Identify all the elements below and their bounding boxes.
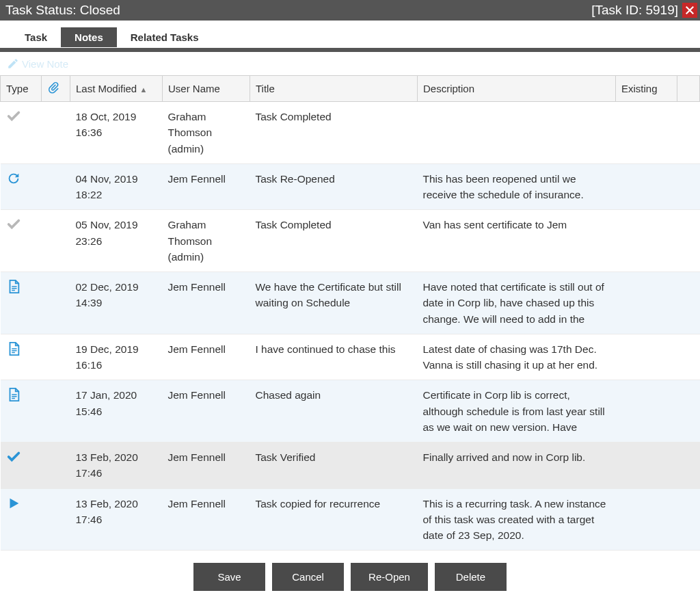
row-title: Task Completed xyxy=(250,102,418,164)
delete-button[interactable]: Delete xyxy=(435,563,507,591)
row-last-modified: 19 Dec, 2019 16:16 xyxy=(70,334,163,380)
check-icon xyxy=(6,449,21,464)
task-id-label: [Task ID: 5919] xyxy=(591,3,678,18)
task-status-label: Task Status: Closed xyxy=(5,3,120,18)
row-last-modified: 02 Dec, 2019 14:39 xyxy=(70,272,163,334)
row-attachment xyxy=(42,488,70,551)
tab-notes[interactable]: Notes xyxy=(61,27,117,47)
col-last-modified[interactable]: Last Modified ▲ xyxy=(70,76,163,102)
row-existing xyxy=(616,210,677,272)
tab-related-tasks[interactable]: Related Tasks xyxy=(117,27,213,47)
row-spacer xyxy=(677,488,700,551)
row-description: Finally arrived and now in Corp lib. xyxy=(418,442,616,489)
close-button[interactable] xyxy=(682,3,697,18)
grid-header: Type Last Modified ▲ User Name Title Des… xyxy=(1,76,700,102)
table-row[interactable]: 02 Dec, 2019 14:39Jem FennellWe have the… xyxy=(1,272,700,334)
save-button[interactable]: Save xyxy=(193,563,265,591)
row-type-icon xyxy=(1,272,42,334)
row-last-modified: 05 Nov, 2019 23:26 xyxy=(70,210,163,272)
row-spacer xyxy=(677,442,700,489)
notes-grid: Type Last Modified ▲ User Name Title Des… xyxy=(0,75,700,551)
play-icon xyxy=(6,496,21,511)
row-existing xyxy=(616,380,677,442)
col-last-modified-label: Last Modified xyxy=(76,83,137,94)
col-attachment[interactable] xyxy=(42,76,70,102)
table-row[interactable]: 18 Oct, 2019 16:36Graham Thomson (admin)… xyxy=(1,102,700,164)
row-description: Have noted that certificate is still out… xyxy=(418,272,616,334)
row-spacer xyxy=(677,272,700,334)
row-title: Chased again xyxy=(250,380,418,442)
row-user-name: Jem Fennell xyxy=(163,163,250,210)
col-user-name[interactable]: User Name xyxy=(163,76,250,102)
row-type-icon xyxy=(1,442,42,489)
refresh-icon xyxy=(6,171,21,186)
title-bar: Task Status: Closed [Task ID: 5919] xyxy=(0,0,700,21)
row-last-modified: 18 Oct, 2019 16:36 xyxy=(70,102,163,164)
view-note-label: View Note xyxy=(22,58,68,70)
row-description: This has been reopened until we receive … xyxy=(418,163,616,210)
row-attachment xyxy=(42,163,70,210)
row-user-name: Jem Fennell xyxy=(163,488,250,551)
row-last-modified: 13 Feb, 2020 17:46 xyxy=(70,442,163,489)
row-description xyxy=(418,102,616,164)
col-description[interactable]: Description xyxy=(418,76,616,102)
table-row[interactable]: 17 Jan, 2020 15:46Jem FennellChased agai… xyxy=(1,380,700,442)
row-description: Van has sent certificate to Jem xyxy=(418,210,616,272)
row-attachment xyxy=(42,380,70,442)
row-type-icon xyxy=(1,380,42,442)
row-spacer xyxy=(677,163,700,210)
row-attachment xyxy=(42,334,70,380)
col-spacer xyxy=(677,76,700,102)
row-attachment xyxy=(42,272,70,334)
check-icon xyxy=(6,217,21,232)
row-spacer xyxy=(677,102,700,164)
row-spacer xyxy=(677,210,700,272)
pencil-icon xyxy=(7,57,19,70)
row-attachment xyxy=(42,210,70,272)
row-description: Latest date of chasing was 17th Dec. Van… xyxy=(418,334,616,380)
table-row[interactable]: 13 Feb, 2020 17:46Jem FennellTask Verifi… xyxy=(1,442,700,489)
tab-task[interactable]: Task xyxy=(11,27,61,47)
col-existing[interactable]: Existing xyxy=(616,76,677,102)
table-row[interactable]: 13 Feb, 2020 17:46Jem FennellTask copied… xyxy=(1,488,700,551)
notes-toolbar: View Note xyxy=(0,52,700,75)
row-description: This is a recurring task. A new instance… xyxy=(418,488,616,551)
footer-buttons: Save Cancel Re-Open Delete xyxy=(0,551,700,595)
row-type-icon xyxy=(1,102,42,164)
row-type-icon xyxy=(1,210,42,272)
cancel-button[interactable]: Cancel xyxy=(272,563,344,591)
row-attachment xyxy=(42,102,70,164)
row-type-icon xyxy=(1,334,42,380)
row-user-name: Jem Fennell xyxy=(163,272,250,334)
row-existing xyxy=(616,442,677,489)
table-row[interactable]: 04 Nov, 2019 18:22Jem FennellTask Re-Ope… xyxy=(1,163,700,210)
row-title: Task Re-Opened xyxy=(250,163,418,210)
row-spacer xyxy=(677,334,700,380)
row-user-name: Graham Thomson (admin) xyxy=(163,102,250,164)
row-user-name: Jem Fennell xyxy=(163,380,250,442)
row-existing xyxy=(616,488,677,551)
col-title[interactable]: Title xyxy=(250,76,418,102)
view-note-button[interactable]: View Note xyxy=(7,57,68,70)
row-title: Task copied for recurrence xyxy=(250,488,418,551)
check-icon xyxy=(6,109,21,124)
row-last-modified: 13 Feb, 2020 17:46 xyxy=(70,488,163,551)
table-row[interactable]: 05 Nov, 2019 23:26Graham Thomson (admin)… xyxy=(1,210,700,272)
row-title: Task Verified xyxy=(250,442,418,489)
row-title: Task Completed xyxy=(250,210,418,272)
tabs-bar: Task Notes Related Tasks xyxy=(0,21,700,48)
row-type-icon xyxy=(1,488,42,551)
row-title: We have the Certificate but still waitin… xyxy=(250,272,418,334)
row-spacer xyxy=(677,380,700,442)
table-row[interactable]: 19 Dec, 2019 16:16Jem FennellI have cont… xyxy=(1,334,700,380)
row-existing xyxy=(616,272,677,334)
reopen-button[interactable]: Re-Open xyxy=(351,563,428,591)
row-last-modified: 04 Nov, 2019 18:22 xyxy=(70,163,163,210)
row-description: Certificate in Corp lib is correct, alth… xyxy=(418,380,616,442)
col-type[interactable]: Type xyxy=(1,76,42,102)
sort-asc-icon: ▲ xyxy=(139,85,147,94)
paperclip-icon xyxy=(47,81,59,94)
row-attachment xyxy=(42,442,70,489)
note-icon xyxy=(6,279,21,294)
row-user-name: Jem Fennell xyxy=(163,334,250,380)
